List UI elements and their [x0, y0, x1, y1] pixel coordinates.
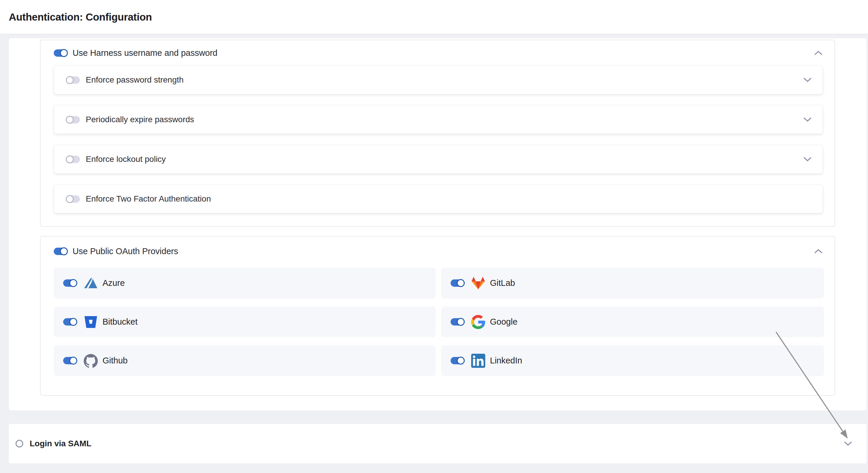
toggle-knob	[69, 357, 77, 365]
google-toggle[interactable]	[451, 318, 464, 325]
oauth-header[interactable]: Use Public OAuth Providers	[40, 236, 835, 266]
provider-label: Azure	[102, 278, 125, 288]
toggle-knob	[457, 279, 465, 287]
chevron-up-icon[interactable]	[814, 50, 823, 56]
github-icon	[84, 354, 98, 368]
provider-row-github: Github	[54, 345, 436, 376]
linkedin-icon	[471, 354, 485, 368]
harness-login-toggle[interactable]	[54, 50, 67, 57]
option-label: Periodically expire passwords	[86, 115, 194, 124]
option-enforce-password-strength[interactable]: Enforce password strength	[54, 65, 823, 94]
saml-radio[interactable]	[16, 440, 23, 447]
saml-label: Login via SAML	[30, 439, 91, 448]
provider-row-linkedin: LinkedIn	[441, 345, 824, 376]
page-title: Authentication: Configuration	[9, 11, 152, 23]
oauth-toggle[interactable]	[54, 248, 67, 255]
toggle-knob	[457, 318, 465, 326]
expire-passwords-toggle[interactable]	[66, 116, 80, 123]
lockout-policy-toggle[interactable]	[66, 156, 80, 163]
provider-row-google: Google	[441, 307, 824, 337]
oauth-provider-grid: Azure GitLab	[54, 267, 823, 376]
chevron-down-icon[interactable]	[803, 77, 812, 83]
azure-icon	[84, 276, 98, 290]
linkedin-toggle[interactable]	[451, 357, 464, 364]
provider-label: LinkedIn	[490, 356, 522, 366]
bitbucket-icon	[84, 315, 98, 329]
toggle-knob	[60, 247, 68, 255]
option-two-factor-auth[interactable]: Enforce Two Factor Authentication	[54, 185, 823, 213]
chevron-down-icon[interactable]	[844, 441, 852, 447]
provider-label: Google	[490, 317, 518, 327]
harness-login-card: Use Harness username and password Enforc…	[40, 40, 835, 227]
option-lockout-policy[interactable]: Enforce lockout policy	[54, 145, 823, 174]
bitbucket-toggle[interactable]	[63, 318, 77, 325]
toggle-knob	[66, 195, 74, 203]
harness-options-list: Enforce password strength Periodically e…	[40, 65, 835, 213]
provider-label: Bitbucket	[102, 317, 137, 327]
page-header: Authentication: Configuration	[0, 0, 868, 34]
chevron-down-icon[interactable]	[803, 156, 812, 162]
azure-toggle[interactable]	[63, 279, 77, 287]
toggle-knob	[66, 76, 74, 84]
provider-label: Github	[102, 356, 127, 366]
toggle-knob	[60, 49, 68, 57]
toggle-knob	[66, 116, 74, 124]
toggle-knob	[69, 318, 77, 326]
harness-login-label: Use Harness username and password	[72, 48, 217, 58]
provider-row-gitlab: GitLab	[441, 267, 824, 298]
chevron-down-icon[interactable]	[803, 117, 812, 123]
toggle-knob	[66, 155, 74, 163]
chevron-up-icon[interactable]	[814, 248, 823, 254]
saml-card[interactable]: Login via SAML	[9, 424, 867, 463]
toggle-knob	[69, 279, 77, 287]
provider-row-bitbucket: Bitbucket	[54, 307, 436, 337]
auth-settings-panel: Use Harness username and password Enforc…	[9, 38, 867, 410]
provider-label: GitLab	[490, 278, 515, 288]
option-label: Enforce Two Factor Authentication	[86, 194, 211, 203]
password-strength-toggle[interactable]	[66, 76, 80, 84]
two-factor-toggle[interactable]	[66, 195, 80, 203]
oauth-label: Use Public OAuth Providers	[72, 247, 178, 256]
option-expire-passwords[interactable]: Periodically expire passwords	[54, 105, 823, 134]
toggle-knob	[457, 357, 465, 365]
provider-row-azure: Azure	[54, 267, 436, 298]
oauth-card: Use Public OAuth Providers Azure	[40, 236, 835, 396]
option-label: Enforce lockout policy	[86, 155, 166, 164]
gitlab-icon	[471, 276, 485, 290]
gitlab-toggle[interactable]	[451, 279, 464, 287]
github-toggle[interactable]	[63, 357, 77, 364]
harness-login-header[interactable]: Use Harness username and password	[40, 40, 835, 65]
google-icon	[471, 315, 485, 329]
option-label: Enforce password strength	[86, 75, 184, 85]
